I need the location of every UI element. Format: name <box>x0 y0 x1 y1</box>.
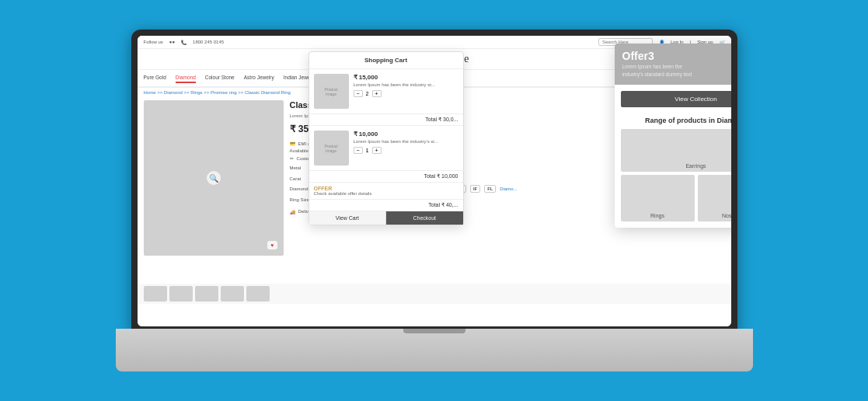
collection-nose-pins[interactable]: Nose Pins <box>698 175 731 221</box>
collection-rings[interactable]: Rings <box>621 175 695 221</box>
product-image-area: 🔍 ♥ <box>144 100 284 256</box>
thumb-360[interactable] <box>246 286 270 302</box>
like-button[interactable]: ♥ <box>267 241 277 249</box>
offer-label[interactable]: OFFER <box>314 186 458 191</box>
cart-actions: View Cart Checkout <box>309 211 463 225</box>
qty-value-1: 2 <box>366 91 369 96</box>
emi-icon: 💳 <box>290 141 295 146</box>
offer-text: Check available offer details <box>314 191 458 196</box>
nav-pure-gold[interactable]: Pure Gold <box>144 73 166 83</box>
cart-item-1-details: ₹ 15,000 Lorem Ipsum has been the indust… <box>354 74 458 109</box>
qty-value-2: 1 <box>366 148 369 153</box>
cart-item-1: ProductImage ₹ 15,000 Lorem Ipsum has be… <box>309 69 463 114</box>
laptop-container: Follow us ●● 📞 1800 245 0145 👤 Log In | … <box>85 14 784 387</box>
nav-diamond[interactable]: Diamond <box>176 73 196 83</box>
diamond-if[interactable]: IF <box>470 185 480 193</box>
social-icons: ●● <box>169 40 175 44</box>
cart-item-2-price: ₹ 10,000 <box>354 131 458 138</box>
cart-item-1-qty: − 2 + <box>354 90 458 97</box>
cart-item-2-details: ₹ 10,000 Lorem Ipsum has been the indust… <box>354 131 458 166</box>
top-bar-left: Follow us ●● 📞 1800 245 0145 <box>144 40 225 45</box>
view-collection-button[interactable]: View Collection <box>621 91 731 107</box>
thumb-3[interactable] <box>195 286 218 302</box>
delivery-icon: 🚚 <box>290 209 295 214</box>
shopping-cart-popup: Shopping Cart ProductImage ₹ 15,000 Lore… <box>309 51 464 225</box>
cart-item-2-desc: Lorem Ipsum has been the industry's st..… <box>354 139 458 145</box>
view-cart-button[interactable]: View Cart <box>309 211 387 225</box>
earrings-label: Earrings <box>685 163 706 169</box>
collection-grid: Earrings Rings Nose Pins <box>615 129 731 228</box>
cart-item-1-desc: Lorem Ipsum has been the industry st... <box>354 82 458 89</box>
diamond-fl[interactable]: FL <box>484 185 496 193</box>
cart-item-1-total: Total ₹ 30,0... <box>309 114 463 126</box>
cart-grand-total: Total ₹ 40,... <box>309 200 463 211</box>
laptop-screen-border: Follow us ●● 📞 1800 245 0145 👤 Log In | … <box>131 30 737 333</box>
website: Follow us ●● 📞 1800 245 0145 👤 Log In | … <box>138 36 731 326</box>
collection-offer-header: Offer3 Lorem Ipsum has been the industry… <box>615 44 731 85</box>
collection-earrings[interactable]: Earrings <box>621 129 731 172</box>
cart-item-2-image: ProductImage <box>314 131 349 166</box>
laptop-body: Follow us ●● 📞 1800 245 0145 👤 Log In | … <box>116 30 753 371</box>
nav-colour-stone[interactable]: Colour Stone <box>205 73 235 83</box>
thumb-1[interactable] <box>144 286 167 302</box>
cart-item-1-image-label: ProductImage <box>324 87 337 96</box>
cart-item-1-image: ProductImage <box>314 74 349 109</box>
offer-subtext-2: industry's standard dummy text <box>622 71 731 78</box>
available-label: Available: <box>290 148 310 153</box>
laptop-base <box>116 329 753 371</box>
follow-us-text: Follow us <box>144 40 163 44</box>
laptop-screen-inner: Follow us ●● 📞 1800 245 0145 👤 Log In | … <box>138 36 731 326</box>
qty-increase-2[interactable]: + <box>372 147 382 154</box>
offer-tag: Offer3 <box>622 50 731 62</box>
qty-decrease-2[interactable]: − <box>354 147 363 154</box>
cart-item-2: ProductImage ₹ 10,000 Lorem Ipsum has be… <box>309 126 463 171</box>
diamond-more-link[interactable]: Diamo... <box>500 187 517 191</box>
nav-astro[interactable]: Astro Jewelry <box>244 73 274 83</box>
cart-item-2-total: Total ₹ 10,000 <box>309 171 463 183</box>
rings-label: Rings <box>650 213 664 218</box>
checkout-button[interactable]: Checkout <box>386 211 463 225</box>
qty-increase-1[interactable]: + <box>372 90 382 97</box>
range-title: Range of products in Diamond <box>615 113 731 129</box>
cart-item-2-qty: − 1 + <box>354 147 458 154</box>
collection-popup: Offer3 Lorem Ipsum has been the industry… <box>615 44 731 228</box>
phone-number: 1800 245 0145 <box>193 40 224 44</box>
offer-subtext-1: Lorem Ipsum has been the <box>622 64 731 70</box>
thumb-2[interactable] <box>169 286 193 302</box>
zoom-icon[interactable]: 🔍 <box>207 171 221 185</box>
cart-item-1-price: ₹ 15,000 <box>354 74 458 81</box>
offer-row: OFFER Check available offer details <box>309 183 463 200</box>
phone-icon: 📞 <box>181 40 186 45</box>
cart-item-2-image-label: ProductImage <box>324 144 337 153</box>
nose-pins-label: Nose Pins <box>722 213 730 218</box>
thumbnail-strip <box>138 284 731 304</box>
thumb-4[interactable] <box>221 286 244 302</box>
customize-icon: ✏ <box>290 155 294 161</box>
cart-popup-title: Shopping Cart <box>309 52 463 69</box>
qty-decrease-1[interactable]: − <box>354 90 363 97</box>
